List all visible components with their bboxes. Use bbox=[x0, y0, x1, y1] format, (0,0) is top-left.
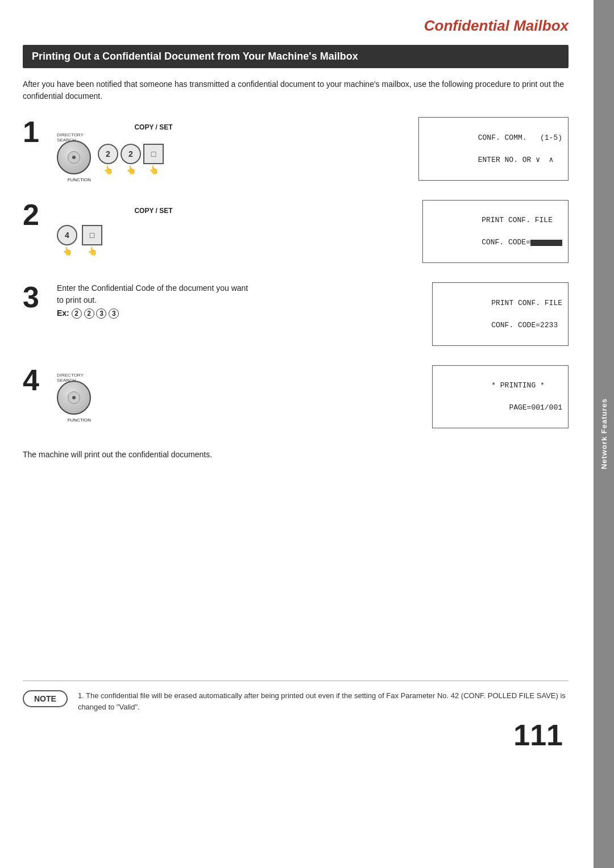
separator bbox=[23, 681, 569, 681]
step-2-key-4: 4 bbox=[57, 225, 77, 245]
section-header: Printing Out a Confidential Document fro… bbox=[23, 45, 569, 68]
step-1-dial: DIRECTORYSEARCH FUNCTION bbox=[57, 140, 91, 174]
step-2: 2 COPY / SET 4 👆 bbox=[23, 198, 569, 266]
page-title: Confidential Mailbox bbox=[23, 17, 569, 35]
step-1-display: CONF. COMM. (1-5) ENTER NO. OR ∨ ∧ bbox=[259, 117, 569, 181]
step-1-lcd: CONF. COMM. (1-5) ENTER NO. OR ∨ ∧ bbox=[418, 117, 569, 181]
step-2-copy-set-label: COPY / SET bbox=[57, 207, 250, 215]
page-number: 111 bbox=[23, 718, 569, 752]
step-4-content: DIRECTORYSEARCH FUNCTION * PRINTING * PA… bbox=[57, 363, 569, 431]
step-4-lcd: * PRINTING * PAGE=001/001 bbox=[432, 365, 569, 429]
machine-text: The machine will print out the confident… bbox=[23, 450, 569, 459]
step-3-number: 3 bbox=[23, 282, 57, 312]
step-3-text-area: Enter the Confidential Code of the docum… bbox=[57, 282, 250, 319]
step-2-conf-code: CONF. CODE= bbox=[482, 238, 562, 247]
step-1: 1 COPY / SET DIRECTORYSEARCH FUNCTION bbox=[23, 115, 569, 183]
step-1-keys: DIRECTORYSEARCH FUNCTION 2 bbox=[57, 138, 164, 174]
step-3-lcd: PRINT CONF. FILE CONF. CODE=2233 bbox=[432, 282, 569, 346]
step-3-example: Ex: 2 2 3 3 bbox=[57, 308, 250, 319]
step-1-set-key: □ bbox=[143, 144, 164, 164]
steps-container: 1 COPY / SET DIRECTORYSEARCH FUNCTION bbox=[23, 115, 569, 436]
step-1-key-2b: 2 bbox=[121, 144, 141, 164]
step-3: 3 Enter the Confidential Code of the doc… bbox=[23, 280, 569, 348]
note-badge: NOTE bbox=[23, 690, 68, 707]
step-2-set-key: □ bbox=[82, 225, 102, 245]
note-text: 1. The confidential file will be erased … bbox=[78, 690, 569, 712]
step-1-number: 1 bbox=[23, 117, 57, 147]
step-1-content: COPY / SET DIRECTORYSEARCH FUNCTION bbox=[57, 115, 569, 183]
step-2-keys-area: COPY / SET 4 👆 □ 👆 bbox=[57, 207, 250, 256]
step-4-dial: DIRECTORYSEARCH FUNCTION bbox=[57, 381, 91, 415]
step-2-display: PRINT CONF. FILE CONF. CODE= bbox=[259, 200, 569, 264]
step-2-keys: 4 👆 □ 👆 bbox=[57, 219, 102, 256]
step-2-content: COPY / SET 4 👆 □ 👆 bbox=[57, 198, 569, 266]
step-1-copy-set-label: COPY / SET bbox=[57, 123, 250, 131]
step-1-key-2a: 2 bbox=[98, 144, 118, 164]
step-2-number: 2 bbox=[23, 200, 57, 229]
step-2-lcd: PRINT CONF. FILE CONF. CODE= bbox=[422, 200, 569, 264]
step-4-display: * PRINTING * PAGE=001/001 bbox=[259, 365, 569, 429]
step-4-dial-area: DIRECTORYSEARCH FUNCTION bbox=[57, 378, 250, 415]
step-3-text: Enter the Confidential Code of the docum… bbox=[57, 282, 250, 306]
step-3-display: PRINT CONF. FILE CONF. CODE=2233 bbox=[259, 282, 569, 346]
intro-text: After you have been notified that someon… bbox=[23, 78, 569, 102]
note-section: NOTE 1. The confidential file will be er… bbox=[23, 690, 569, 712]
step-1-keys-area: COPY / SET DIRECTORYSEARCH FUNCTION bbox=[57, 123, 250, 174]
step-3-content: Enter the Confidential Code of the docum… bbox=[57, 280, 569, 348]
side-tab: Network Features bbox=[594, 0, 614, 868]
step-4-number: 4 bbox=[23, 365, 57, 395]
step-4: 4 DIRECTORYSEARCH FUNCTION bbox=[23, 363, 569, 431]
